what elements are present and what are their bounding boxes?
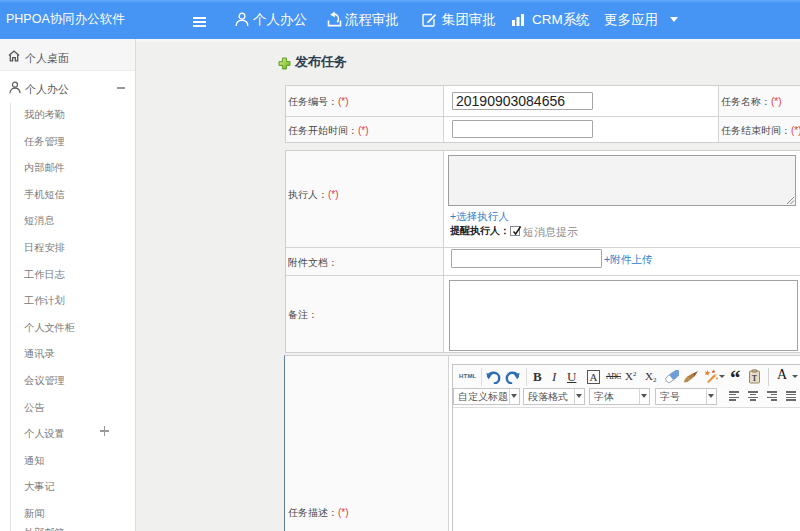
svg-text:T: T <box>752 374 758 383</box>
